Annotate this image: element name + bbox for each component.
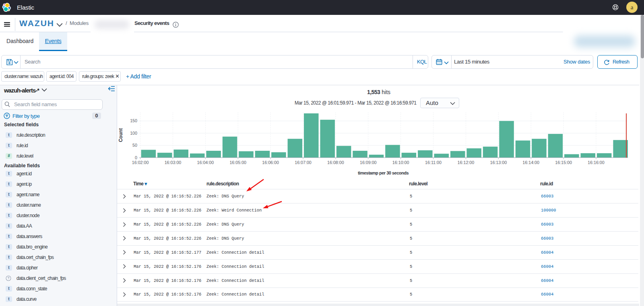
svg-text:16:03:00: 16:03:00 <box>165 160 182 165</box>
svg-text:Count: Count <box>118 128 124 142</box>
svg-text:50: 50 <box>132 143 137 148</box>
svg-text:16:06:00: 16:06:00 <box>262 160 279 165</box>
svg-text:16:02:00: 16:02:00 <box>132 160 149 165</box>
svg-text:150: 150 <box>130 118 137 123</box>
svg-text:100: 100 <box>130 131 137 136</box>
svg-text:16:15:00: 16:15:00 <box>555 160 572 165</box>
svg-text:16:16:00: 16:16:00 <box>588 160 605 165</box>
svg-text:16:05:00: 16:05:00 <box>229 160 246 165</box>
svg-text:16:12:00: 16:12:00 <box>458 160 475 165</box>
svg-text:16:14:00: 16:14:00 <box>522 160 539 165</box>
svg-text:16:07:00: 16:07:00 <box>295 160 312 165</box>
svg-text:16:13:00: 16:13:00 <box>490 160 507 165</box>
svg-text:0: 0 <box>135 155 137 160</box>
svg-text:16:04:00: 16:04:00 <box>197 160 214 165</box>
svg-text:16:08:00: 16:08:00 <box>327 160 344 165</box>
svg-text:16:09:00: 16:09:00 <box>360 160 377 165</box>
svg-text:16:11:00: 16:11:00 <box>425 160 442 165</box>
svg-text:16:10:00: 16:10:00 <box>392 160 409 165</box>
